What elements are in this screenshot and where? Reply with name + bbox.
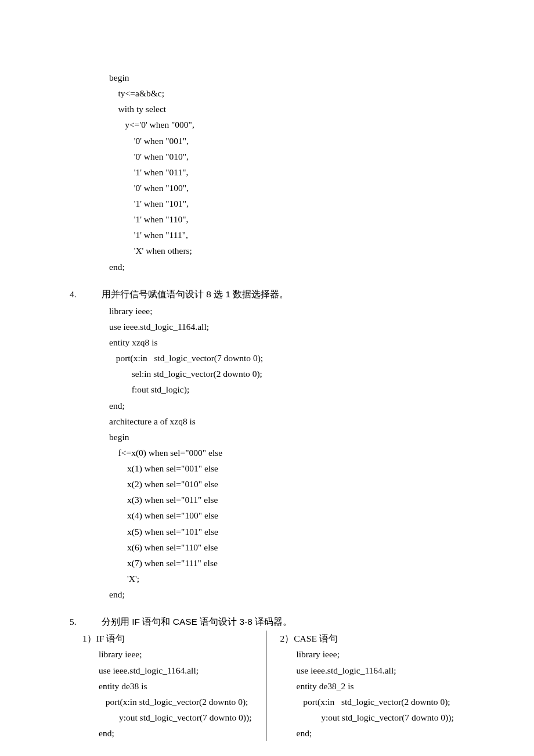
- section5-title: 分别用 IF 语句和 CASE 语句设计 3-8 译码器。: [102, 617, 292, 627]
- section5-left-label: 1）IF 语句: [75, 631, 261, 646]
- section5-right-code: library ieee; use ieee.std_logic_1164.al…: [273, 646, 459, 741]
- section5-num: 5.: [84, 614, 102, 629]
- section3-code: begin ty<=a&b&c; with ty select y<='0' w…: [75, 70, 459, 275]
- section4-code: library ieee; use ieee.std_logic_1164.al…: [75, 303, 459, 602]
- section4-num: 4.: [84, 286, 102, 302]
- section5-left-column: 1）IF 语句 library ieee; use ieee.std_logic…: [75, 631, 266, 741]
- section4-heading: 4.用并行信号赋值语句设计 8 选 1 数据选择器。: [90, 286, 459, 302]
- section5-right-label: 2）CASE 语句: [273, 631, 459, 646]
- section5-heading: 5.分别用 IF 语句和 CASE 语句设计 3-8 译码器。: [90, 614, 459, 629]
- section5-left-code: library ieee; use ieee.std_logic_1164.al…: [75, 646, 261, 741]
- section5-columns: 1）IF 语句 library ieee; use ieee.std_logic…: [75, 631, 459, 741]
- section4-title: 用并行信号赋值语句设计 8 选 1 数据选择器。: [102, 289, 288, 299]
- section5-right-column: 2）CASE 语句 library ieee; use ieee.std_log…: [266, 631, 459, 741]
